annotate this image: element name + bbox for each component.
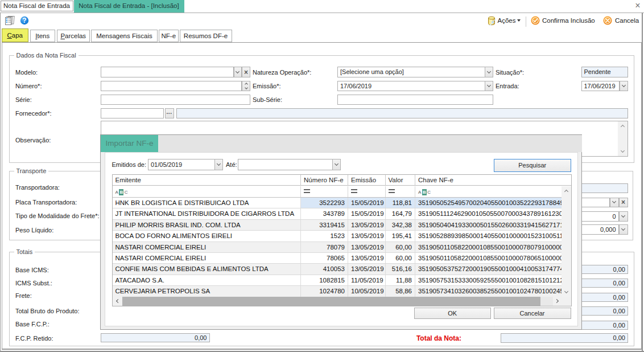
svg-text:?: ? — [22, 17, 26, 24]
